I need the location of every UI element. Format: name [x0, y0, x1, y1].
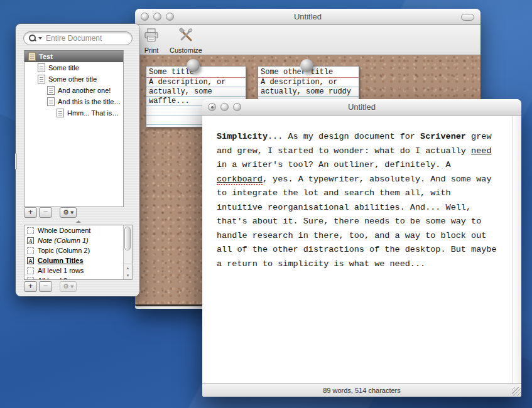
corkboard-titlebar[interactable]: Untitled: [135, 9, 480, 25]
outline-toolbar: + − ⚙ ▼: [24, 207, 77, 218]
push-pin-icon: [300, 59, 313, 72]
checkbox[interactable]: [27, 277, 34, 280]
style-item-label: Column Titles: [38, 257, 84, 264]
gear-icon: ⚙: [63, 208, 69, 217]
document-icon: [47, 86, 55, 95]
style-list-item[interactable]: All level 2 rows: [24, 276, 123, 279]
text-line: Simplicity... As my design document for …: [217, 130, 504, 144]
chevron-down-icon: ▼: [70, 284, 73, 289]
remove-button[interactable]: −: [39, 207, 52, 218]
text-line: handle research in there, too, and a way…: [217, 229, 504, 244]
checkbox[interactable]: [27, 227, 34, 234]
document-icon: [57, 109, 64, 117]
tree-item-label: And another one!: [58, 87, 111, 94]
styles-toolbar: + − ⚙ ▼: [24, 281, 77, 292]
action-menu-button-disabled: ⚙ ▼: [60, 281, 77, 292]
style-list-item[interactable]: Whole Document: [24, 225, 123, 235]
document-outline-list[interactable]: TestSome titleSome other titleAnd anothe…: [24, 50, 124, 207]
search-input[interactable]: Entire Document: [23, 31, 133, 45]
tree-item-label: Test: [39, 53, 53, 60]
chevron-down-icon: ▼: [70, 210, 73, 215]
add-button[interactable]: +: [24, 281, 37, 292]
checkbox[interactable]: [27, 267, 34, 274]
tree-item-label: Some title: [48, 64, 79, 72]
tree-item-label: And this is the title…: [58, 98, 121, 105]
tree-item[interactable]: Some other title: [24, 73, 123, 85]
customize-button[interactable]: Customize: [170, 27, 202, 54]
tree-item[interactable]: And this is the title…: [24, 96, 123, 107]
add-button[interactable]: +: [24, 207, 37, 218]
text-line: all of the other distractions of the des…: [217, 243, 504, 257]
tree-item[interactable]: Hmm... That is…: [24, 107, 123, 119]
card-line: actually, some ruddy: [258, 87, 359, 97]
text-line: to integrate the lot and search them all…: [217, 186, 504, 201]
toolbar-toggle-button[interactable]: [461, 14, 474, 21]
checkbox[interactable]: [27, 247, 34, 254]
remove-button[interactable]: −: [39, 281, 52, 292]
editor-window: Untitled Simplicity... As my design docu…: [202, 99, 521, 397]
tree-item-label: Some other title: [48, 75, 97, 83]
editor-text-area[interactable]: Simplicity... As my design document for …: [202, 116, 521, 384]
styles-list-box: Whole DocumentANote (Column 1)Topic (Col…: [24, 225, 133, 280]
style-item-label: Whole Document: [38, 227, 90, 234]
search-icon: [29, 35, 37, 43]
checkbox[interactable]: A: [27, 237, 34, 244]
scrollbar-thumb[interactable]: [124, 227, 131, 250]
text-line: that's about it. Sure, there needs to be…: [217, 215, 504, 229]
customize-label: Customize: [170, 46, 202, 54]
search-scope-arrow-icon[interactable]: [38, 37, 42, 40]
text-line: in a writer's tool? An outliner, definit…: [217, 158, 504, 173]
card-line: actually, some: [146, 87, 246, 97]
text-line: corkboard, yes. A typewriter, absolutely…: [217, 173, 504, 187]
editor-titlebar[interactable]: Untitled: [202, 99, 521, 115]
editor-text[interactable]: Simplicity... As my design document for …: [217, 130, 504, 271]
style-item-label: All level 1 rows: [38, 267, 84, 274]
styles-list[interactable]: Whole DocumentANote (Column 1)Topic (Col…: [24, 225, 123, 279]
style-list-item[interactable]: AColumn Titles: [24, 255, 123, 266]
checkbox[interactable]: A: [27, 257, 34, 264]
style-list-item[interactable]: All level 1 rows: [24, 266, 123, 276]
text-line: intuitive reorganisational abilities. An…: [217, 201, 504, 215]
text-line: a return to simplicity is what we need..…: [217, 257, 504, 272]
styles-scrollbar[interactable]: ▲ ▼: [123, 225, 132, 279]
style-list-item[interactable]: Topic (Column 2): [24, 245, 123, 255]
desktop-background: Untitled Print: [0, 0, 532, 408]
style-list-item[interactable]: ANote (Column 1): [24, 235, 123, 245]
window-title: Untitled: [202, 102, 521, 112]
search-scope-text: Entire Document: [46, 34, 102, 43]
editor-scrollbar[interactable]: [512, 116, 521, 384]
document-icon: [38, 63, 45, 72]
tree-item[interactable]: Some title: [24, 62, 123, 73]
word-count-text: 89 words, 514 characters: [323, 387, 401, 394]
printer-icon: [143, 27, 160, 46]
print-label: Print: [144, 46, 159, 54]
tree-item[interactable]: Test: [24, 51, 123, 62]
gear-icon: ⚙: [63, 282, 69, 291]
card-line: A description, or: [258, 78, 359, 87]
window-title: Untitled: [135, 12, 480, 21]
scroll-up-arrow[interactable]: ▲: [124, 264, 132, 272]
text-line: and grew, I started to wonder: what do I…: [217, 144, 504, 159]
print-button[interactable]: Print: [143, 27, 160, 54]
style-item-label: All level 2 rows: [38, 277, 84, 279]
resize-grip[interactable]: [512, 387, 521, 396]
action-menu-button[interactable]: ⚙ ▼: [60, 207, 77, 218]
corkboard-toolbar: Print Customize: [135, 25, 480, 55]
panel-edge-grip[interactable]: [15, 153, 17, 169]
customize-icon: [178, 27, 194, 46]
document-icon: [28, 52, 36, 61]
style-item-label: Note (Column 1): [38, 237, 89, 244]
scroll-down-arrow[interactable]: ▼: [124, 272, 132, 279]
document-icon: [38, 75, 45, 83]
push-pin-icon: [187, 59, 200, 72]
card-line: A description, or: [146, 78, 246, 87]
document-icon: [47, 97, 55, 106]
splitter-caret-icon[interactable]: [76, 220, 81, 223]
tree-item-label: Hmm... That is…: [67, 109, 119, 117]
style-item-label: Topic (Column 2): [38, 247, 90, 254]
tree-item[interactable]: And another one!: [24, 85, 123, 96]
inspector-panel-window: Entire Document TestSome titleSome other…: [16, 24, 139, 296]
status-bar: 89 words, 514 characters: [202, 384, 521, 397]
